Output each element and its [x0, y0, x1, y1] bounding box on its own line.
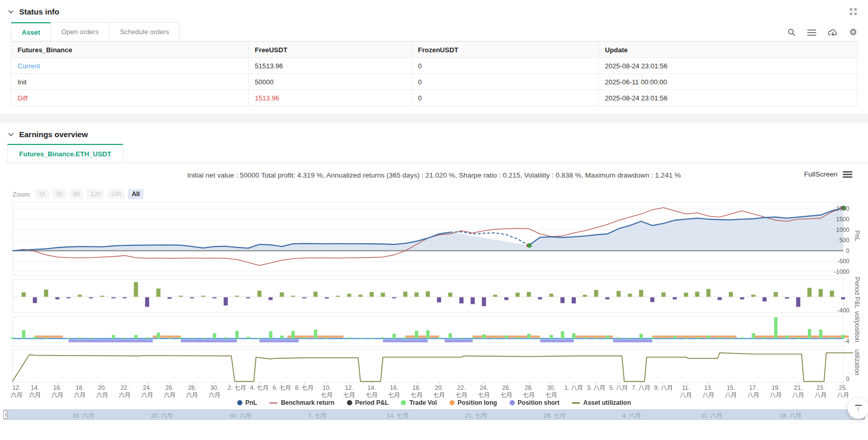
navigator-scrollbar[interactable]: 16. 六月23. 六月30. 六月7. 七月14. 七月21. 七月28. 七…: [3, 409, 865, 420]
legend-marker: [347, 400, 352, 405]
zoom-label: Zoom: [12, 190, 30, 198]
expand-icon[interactable]: [849, 8, 857, 16]
column-header-update: Update: [599, 42, 858, 58]
legend-marker: [237, 400, 242, 405]
current-update-time: 2025-08-24 23:01:56: [599, 58, 858, 74]
chart-legend: PnLBenchmark returnPeriod P&LTrade VolPo…: [0, 398, 868, 408]
tab-schedule-orders[interactable]: Schedule orders: [110, 22, 180, 41]
status-tabs: Asset Open orders Schedule orders ⚙: [11, 22, 857, 41]
zoom-all-button[interactable]: All: [128, 189, 143, 199]
diff-label: Diff: [11, 90, 249, 106]
legend-item-pnl[interactable]: PnL: [237, 399, 257, 406]
init-free-usdt: 50000: [249, 74, 412, 90]
status-info-title: Status info: [19, 7, 60, 16]
legend-item-position-long[interactable]: Position long: [450, 399, 497, 406]
diff-free-usdt: 1513.96: [249, 90, 412, 106]
legend-marker: [450, 400, 455, 405]
navigator-label: 14. 七月: [387, 411, 409, 419]
gear-icon[interactable]: ⚙: [849, 28, 857, 37]
tab-futures-binance-eth-usdt[interactable]: Futures_Binance.ETH_USDT: [7, 144, 123, 163]
diff-frozen-usdt: 0: [412, 90, 599, 106]
up-arrow-icon: ↑: [857, 406, 860, 412]
legend-label: Position short: [518, 399, 560, 406]
diff-update-time: 2025-08-24 23:01:56: [599, 90, 858, 106]
init-frozen-usdt: 0: [412, 74, 599, 90]
collapse-chevron-icon[interactable]: [8, 133, 14, 137]
current-link[interactable]: Current: [11, 58, 249, 74]
legend-marker: [269, 402, 278, 404]
zoom-1h-button[interactable]: 1h: [35, 189, 49, 199]
zoom-12h-button[interactable]: 12h: [86, 189, 104, 199]
list-icon[interactable]: [807, 29, 816, 36]
status-info-header: Status info: [0, 0, 868, 20]
legend-label: Asset utilization: [583, 399, 631, 406]
table-row-current: Current 51513.96 0 2025-08-24 23:01:56: [11, 58, 858, 74]
navigator-label: 28. 七月: [544, 411, 566, 419]
column-header-frozen: FrozenUSDT: [412, 42, 599, 58]
legend-marker: [572, 402, 580, 404]
table-header-row: Futures_Binance FreeUSDT FrozenUSDT Upda…: [11, 42, 858, 58]
cloud-download-icon[interactable]: [828, 28, 838, 37]
legend-item-trade-vol[interactable]: Trade Vol: [401, 399, 437, 406]
earnings-title: Earnings overview: [19, 130, 88, 139]
table-row-init: Init 50000 0 2025-06-11 00:00:00: [11, 74, 858, 90]
legend-item-benchmark-return[interactable]: Benchmark return: [269, 399, 334, 406]
column-header-account: Futures_Binance: [11, 42, 249, 58]
axis-title-pnl: PnL: [853, 230, 861, 241]
legend-label: Trade Vol: [409, 399, 437, 406]
section-divider: [0, 113, 868, 123]
summary-row: Initial net value : 50000 Total profit: …: [0, 168, 868, 185]
earnings-overview-card: Earnings overview Futures_Binance.ETH_US…: [0, 123, 868, 421]
zoom-8h-button[interactable]: 8h: [69, 189, 83, 199]
tab-asset[interactable]: Asset: [11, 22, 51, 41]
navigator-label: 18. 八月: [779, 411, 801, 419]
zoom-3h-button[interactable]: 3h: [52, 189, 66, 199]
earnings-header: Earnings overview: [0, 123, 868, 143]
asset-table: Futures_Binance FreeUSDT FrozenUSDT Upda…: [11, 41, 858, 106]
zoom-controls: Zoom 1h 3h 8h 12h 24h All: [0, 185, 868, 200]
zoom-24h-button[interactable]: 24h: [107, 189, 125, 199]
legend-marker: [510, 400, 515, 405]
legend-item-period-p-l[interactable]: Period P&L: [347, 399, 389, 406]
chart-menu-icon[interactable]: [843, 171, 852, 178]
navigator-label: 23. 六月: [151, 411, 172, 419]
axis-title-vol-position: vol/position: [853, 311, 861, 342]
init-update-time: 2025-06-11 00:00:00: [599, 74, 858, 90]
legend-item-position-short[interactable]: Position short: [510, 399, 560, 406]
legend-label: Benchmark return: [281, 399, 334, 406]
tab-open-orders[interactable]: Open orders: [51, 22, 109, 41]
axis-title-period-pnl: Period P&L: [853, 277, 861, 309]
collapse-chevron-icon[interactable]: [8, 10, 14, 14]
navigator-label: 11. 八月: [701, 411, 722, 419]
earnings-chart-canvas[interactable]: [0, 201, 868, 398]
column-header-free: FreeUSDT: [249, 42, 412, 58]
current-free-usdt: 51513.96: [249, 58, 412, 74]
earnings-tabs: Futures_Binance.ETH_USDT: [7, 144, 868, 163]
fullscreen-button[interactable]: FullScreen: [804, 170, 852, 178]
navigator-label: 16. 六月: [73, 411, 94, 419]
earnings-summary: Initial net value : 50000 Total profit: …: [0, 171, 868, 179]
status-toolbar: ⚙: [787, 28, 857, 41]
navigator-label: 7. 七月: [308, 411, 327, 419]
legend-item-asset-utilization[interactable]: Asset utilization: [572, 399, 631, 406]
legend-marker: [401, 400, 406, 405]
legend-label: Position long: [458, 399, 497, 406]
table-row-diff: Diff 1513.96 0 2025-08-24 23:01:56: [11, 90, 858, 106]
status-info-card: Status info Asset Open orders Schedule o…: [0, 0, 868, 113]
search-icon[interactable]: [787, 28, 796, 37]
current-frozen-usdt: 0: [412, 58, 599, 74]
navigator-left-handle[interactable]: [3, 410, 8, 419]
scroll-to-top-button[interactable]: ↑: [848, 398, 868, 419]
navigator-label: 4. 八月: [623, 411, 641, 419]
axis-title-utilization: utilization: [853, 349, 861, 375]
fullscreen-label: FullScreen: [804, 170, 837, 178]
navigator-label: 21. 七月: [465, 411, 487, 419]
init-label: Init: [11, 74, 249, 90]
earnings-chart: PnL Period P&L vol/position utilization …: [0, 201, 868, 421]
legend-label: PnL: [245, 399, 257, 406]
legend-label: Period P&L: [355, 399, 389, 406]
navigator-label: 30. 六月: [229, 411, 251, 419]
